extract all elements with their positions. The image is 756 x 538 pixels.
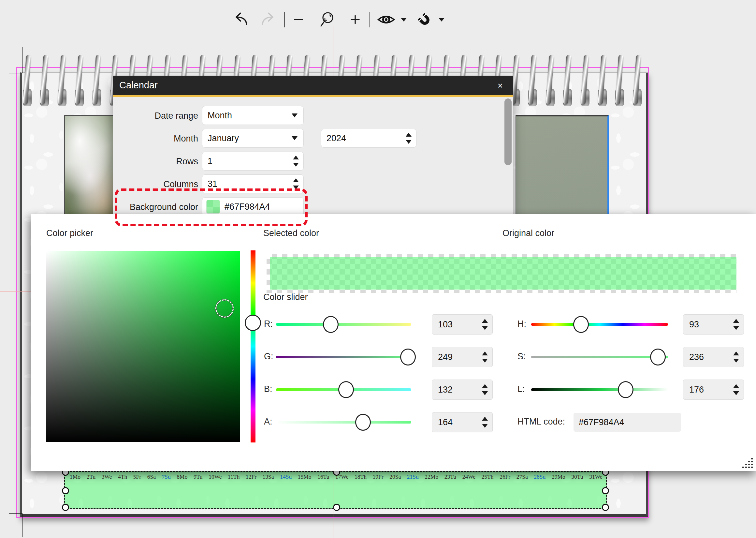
month-label: Month (115, 134, 198, 144)
hue-row-handle[interactable] (573, 316, 589, 333)
redo-button[interactable] (260, 11, 277, 28)
alpha-slider-handle[interactable] (355, 414, 371, 431)
selection-handle-sw[interactable] (62, 504, 69, 511)
lightness-value-box[interactable]: 176 (683, 380, 744, 400)
saturation-slider[interactable] (531, 356, 668, 358)
date-cell: 15Mo (298, 473, 311, 480)
spinner-arrows[interactable] (733, 351, 739, 362)
rows-label: Rows (115, 156, 198, 167)
date-cell: 22Mo (425, 473, 438, 480)
chevron-down-icon (292, 114, 298, 117)
blue-value-box[interactable]: 132 (432, 380, 493, 400)
visibility-button[interactable] (377, 12, 407, 27)
date-range-select[interactable]: Month (202, 106, 304, 125)
hue-slider[interactable] (251, 250, 256, 443)
zoom-in-button[interactable] (349, 13, 362, 26)
date-range-label: Date range (115, 111, 198, 121)
year-value: 2024 (326, 134, 346, 143)
crop-mark (22, 513, 23, 537)
red-slider-handle[interactable] (323, 316, 339, 333)
guide-center-vertical-bottom (333, 471, 333, 538)
spinner-arrows[interactable] (293, 178, 299, 189)
dialog-title: Calendar (119, 80, 158, 91)
spiral-ring (94, 55, 100, 110)
zoom-reset-button[interactable] (318, 10, 336, 29)
spinner-arrows[interactable] (482, 351, 488, 362)
snap-button[interactable] (415, 10, 445, 29)
dialog-scrollbar[interactable] (504, 98, 512, 231)
alpha-value-box[interactable]: 164 (432, 412, 493, 432)
hue-row-slider[interactable] (531, 323, 668, 326)
red-slider-label: R: (264, 319, 273, 329)
alpha-value: 164 (438, 417, 452, 427)
lightness-slider[interactable] (531, 388, 668, 391)
saturation-value-box[interactable]: 236 (683, 347, 744, 367)
toolbar-separator (369, 12, 369, 27)
alpha-slider-label: A: (264, 417, 272, 427)
close-icon[interactable]: × (495, 80, 506, 91)
date-cell: 1Mo (70, 473, 80, 480)
html-code-input[interactable]: #67F984A4 (574, 413, 681, 432)
green-slider-handle[interactable] (400, 349, 416, 365)
saturation-slider-handle[interactable] (650, 349, 666, 365)
spiral-ring (59, 55, 65, 110)
color-slider-heading: Color slider (263, 292, 308, 302)
selected-color-heading: Selected color (263, 228, 319, 238)
date-cell: 26Fr (499, 473, 510, 480)
dialog-titlebar[interactable]: Calendar × (113, 76, 513, 95)
calendar-strip[interactable]: 1Mo2Tu3We4Th5Fr6Sa7Su8Mo9Tu10We11Th12Fr1… (64, 471, 607, 509)
spinner-arrows[interactable] (733, 319, 739, 330)
spinner-arrows[interactable] (482, 384, 488, 395)
selection-handle-s[interactable] (333, 504, 340, 511)
date-cell: 4Th (118, 473, 127, 480)
spiral-ring (565, 55, 571, 110)
alpha-slider[interactable] (276, 421, 411, 424)
red-slider[interactable] (276, 323, 411, 326)
date-cell: 24We (462, 473, 475, 480)
resize-grip[interactable] (751, 466, 753, 468)
spinner-arrows[interactable] (293, 155, 299, 167)
columns-value: 31 (208, 179, 217, 189)
guide-center-vertical-top (333, 26, 333, 76)
hue-value-box[interactable]: 93 (683, 314, 744, 335)
photo-frosty-branch[interactable] (64, 115, 116, 217)
red-value-box[interactable]: 103 (432, 314, 493, 335)
scrollbar-thumb[interactable] (504, 98, 512, 165)
date-cell: 10We (209, 473, 221, 480)
spiral-ring (582, 55, 588, 110)
saturation-value: 236 (689, 352, 704, 362)
picker-handle[interactable] (215, 299, 234, 318)
redo-icon (260, 11, 277, 28)
crop-mark (22, 47, 23, 73)
spinner-arrows[interactable] (733, 384, 739, 395)
lightness-value: 176 (689, 385, 704, 395)
crop-mark (9, 73, 22, 73)
blue-slider[interactable] (276, 388, 411, 391)
selection-handle-e[interactable] (602, 487, 609, 494)
undo-button[interactable] (232, 11, 249, 28)
month-value: January (208, 134, 239, 143)
spinner-arrows[interactable] (482, 417, 488, 428)
saturation-value-square[interactable] (46, 251, 240, 442)
selection-handle-se[interactable] (602, 504, 609, 511)
zoom-out-button[interactable] (292, 13, 305, 26)
hue-slider-handle[interactable] (245, 315, 261, 331)
rows-spinner[interactable]: 1 (202, 152, 304, 171)
spiral-ring (513, 55, 518, 110)
green-value-box[interactable]: 249 (432, 347, 493, 367)
year-spinner[interactable]: 2024 (321, 129, 416, 148)
spinner-arrows[interactable] (482, 319, 488, 330)
blue-slider-handle[interactable] (338, 381, 354, 398)
spinner-arrows[interactable] (406, 133, 411, 144)
lightness-slider-handle[interactable] (618, 381, 634, 398)
date-cell: 11Th (228, 473, 240, 480)
month-select[interactable]: January (202, 129, 304, 148)
hue-row-label: H: (517, 319, 526, 329)
spiral-ring (76, 55, 82, 110)
magnet-icon (415, 10, 433, 29)
green-slider[interactable] (276, 356, 411, 358)
selection-handle-w[interactable] (62, 487, 69, 494)
columns-label: Columns (115, 179, 198, 189)
spiral-ring (617, 55, 623, 110)
lightness-slider-label: L: (517, 384, 525, 394)
